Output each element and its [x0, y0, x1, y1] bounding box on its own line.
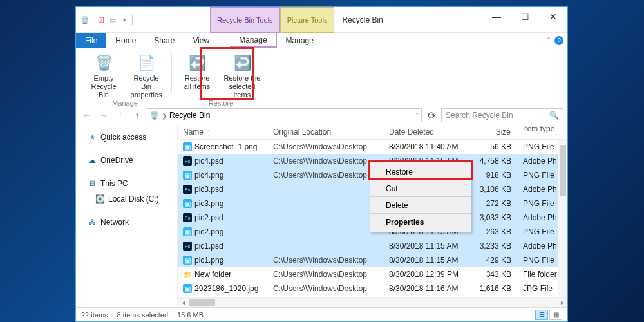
ctx-restore[interactable]: Restore	[370, 164, 471, 180]
ritem-label: Recycle Bin	[128, 74, 165, 91]
tab-file[interactable]: File	[76, 33, 106, 48]
file-type-icon: Ps	[183, 185, 192, 194]
file-type: PNG File	[518, 256, 558, 265]
sort-caret-icon: ˄	[554, 133, 558, 140]
sidebar-local-disk[interactable]: 💽 Local Disk (C:)	[76, 191, 177, 207]
recycle-bin-properties-button[interactable]: 📄 Recycle Bin properties	[128, 51, 165, 99]
file-type-icon: ▣	[183, 256, 192, 265]
file-type-icon: Ps	[183, 213, 192, 222]
col-name[interactable]: Name˅	[178, 128, 268, 137]
file-type-icon: Ps	[183, 156, 192, 166]
column-headers: Name˅ Original Location Date Deleted Siz…	[178, 124, 567, 140]
history-dropdown[interactable]: ˅	[113, 108, 128, 122]
file-row[interactable]: ▣pic1.pngC:\Users\Windows\Desktop8/30/20…	[178, 253, 567, 267]
hscroll-thumb[interactable]	[189, 299, 215, 306]
tool-tab-title: Picture Tools	[287, 15, 328, 24]
forward-button[interactable]: →	[97, 108, 111, 122]
sidebar-quick-access[interactable]: ★ Quick access	[76, 129, 177, 145]
status-item-count: 22 items	[81, 311, 108, 319]
sidebar-onedrive[interactable]: ☁ OneDrive	[76, 153, 177, 168]
new-folder-icon[interactable]: ▭	[108, 15, 118, 25]
file-name: pic1.psd	[194, 242, 223, 251]
file-type: Adobe Ph	[518, 185, 558, 194]
col-size[interactable]: Size	[471, 128, 518, 137]
status-selection-size: 15.6 MB	[177, 311, 204, 319]
tab-home[interactable]: Home	[106, 33, 145, 48]
file-type-icon: 📁	[183, 270, 192, 279]
recycle-bin-tools-tab[interactable]: Recycle Bin Tools	[210, 7, 280, 33]
vertical-scrollbar[interactable]	[558, 140, 567, 297]
file-date-deleted: 8/30/2018 11:40 AM	[384, 142, 471, 151]
qat-separator	[93, 15, 93, 25]
sort-indicator-icon: ˅	[206, 129, 209, 136]
file-original-location: C:\Users\Windows\Desktop	[268, 142, 384, 151]
col-item-type[interactable]: Item type˄	[518, 124, 558, 140]
ctx-delete[interactable]: Delete	[370, 197, 471, 214]
file-size: 429 KB	[471, 256, 518, 265]
address-field[interactable]: 🗑️ ❯ Recycle Bin ˅	[147, 108, 422, 122]
tab-share[interactable]: Share	[145, 33, 184, 48]
file-type: Adobe Ph	[518, 213, 558, 222]
view-details-button[interactable]: ☰	[535, 310, 548, 320]
file-name: pic2.psd	[194, 213, 223, 222]
refresh-button[interactable]: ⟳	[424, 109, 439, 122]
horizontal-scrollbar[interactable]: ◂ ▸	[178, 297, 567, 307]
search-icon: 🔍	[549, 111, 559, 120]
tab-view[interactable]: View	[184, 33, 218, 48]
file-type: PNG File	[518, 227, 558, 236]
file-size: 4,758 KB	[471, 156, 518, 166]
picture-tools-tab[interactable]: Picture Tools	[280, 7, 335, 33]
address-dropdown-icon[interactable]: ˅	[415, 112, 419, 119]
file-size: 3,033 KB	[471, 213, 518, 222]
ritem-label: Recycle Bin	[85, 82, 122, 99]
file-row[interactable]: ▣2923186_1920.jpgC:\Users\Windows\Deskto…	[178, 281, 567, 296]
file-type: Adobe Ph	[518, 156, 558, 166]
search-box[interactable]: Search Recycle Bin 🔍	[441, 108, 564, 122]
col-date-deleted[interactable]: Date Deleted	[384, 128, 471, 137]
vscroll-thumb[interactable]	[560, 145, 566, 196]
empty-recycle-bin-button[interactable]: 🗑️ Empty Recycle Bin	[85, 51, 122, 99]
ctx-properties[interactable]: Properties	[370, 214, 471, 231]
file-name: pic1.png	[194, 256, 223, 265]
file-size: 3,106 KB	[471, 185, 518, 194]
minimize-button[interactable]: —	[482, 7, 511, 26]
file-type: PNG File	[518, 199, 558, 208]
hscroll-right[interactable]: ▸	[557, 299, 567, 306]
file-date-deleted: 8/30/2018 12:39 PM	[384, 270, 471, 279]
maximize-button[interactable]: ☐	[511, 7, 539, 26]
sidebar-item-label: OneDrive	[100, 156, 133, 165]
star-icon: ★	[88, 133, 97, 142]
properties-sheet-icon: 📄	[136, 52, 156, 73]
file-date-deleted: 8/30/2018 11:15 AM	[384, 256, 471, 265]
file-size: 56 KB	[471, 142, 518, 151]
file-row[interactable]: Pspic1.psd8/30/2018 11:15 AM3,233 KBAdob…	[178, 239, 567, 253]
properties-icon[interactable]: ☑	[96, 15, 106, 25]
file-row[interactable]: ▣Screenshot_1.pngC:\Users\Windows\Deskto…	[178, 140, 567, 154]
file-original-location: C:\Users\Windows\Desktop	[268, 156, 384, 166]
col-original-location[interactable]: Original Location	[268, 128, 384, 137]
file-row[interactable]: 📁New folderC:\Users\Windows\Desktop8/30/…	[178, 267, 567, 281]
tab-manage-recyclebin[interactable]: Manage	[230, 33, 276, 48]
back-button[interactable]: ←	[80, 108, 94, 122]
file-size: 3,233 KB	[471, 242, 518, 251]
close-button[interactable]: ✕	[539, 7, 567, 26]
hscroll-left[interactable]: ◂	[178, 299, 188, 306]
sidebar-network[interactable]: 🖧 Network	[76, 214, 177, 230]
ctx-cut[interactable]: Cut	[370, 180, 471, 197]
tool-tab-title: Recycle Bin Tools	[217, 15, 273, 24]
collapse-ribbon-icon[interactable]: ˄	[547, 36, 551, 45]
qat-dropdown-icon[interactable]: ▾	[119, 15, 129, 25]
file-original-location: C:\Users\Windows\Desktop	[268, 270, 384, 279]
ritem-label: properties	[131, 91, 162, 99]
file-original-location: C:\Users\Windows\Desktop	[268, 171, 384, 180]
sidebar-this-pc[interactable]: 🖥 This PC	[76, 176, 177, 191]
file-date-deleted: 8/30/2018 11:15 AM	[384, 242, 471, 251]
help-icon[interactable]: ?	[554, 36, 564, 45]
pc-icon: 🖥	[88, 179, 97, 188]
explorer-window: 🗑️ ☑ ▭ ▾ Recycle Bin Tools Picture Tools…	[75, 6, 568, 322]
up-button[interactable]: ↑	[130, 108, 144, 122]
view-large-icons-button[interactable]: ▦	[549, 310, 562, 320]
tab-manage-picture[interactable]: Manage	[277, 33, 323, 48]
navigation-sidebar: ★ Quick access ☁ OneDrive 🖥 This PC 💽 Lo…	[76, 124, 178, 307]
breadcrumb-location[interactable]: Recycle Bin	[169, 111, 210, 120]
